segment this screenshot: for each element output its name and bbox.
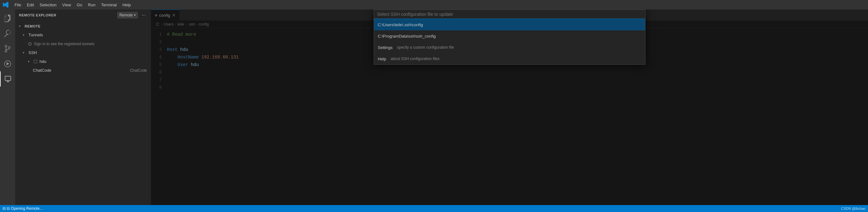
tree-chatcode-label: ChatCode (33, 67, 126, 74)
svg-rect-1 (5, 76, 11, 81)
monitor-icon: ☐ (33, 58, 38, 65)
sidebar-header: REMOTE EXPLORER Remote ▾ ··· (15, 9, 151, 21)
tree-hdu-label: hdu (39, 58, 147, 65)
more-options-icon[interactable]: ··· (141, 12, 147, 19)
quickpick-item-2[interactable]: Settings specify a custom configuration … (374, 42, 645, 53)
sidebar-tree: ▾ REMOTE ▾ Tunnels ⊙ Sign in to see the … (15, 21, 151, 205)
remote-dropdown[interactable]: Remote ▾ (117, 12, 138, 18)
sidebar: REMOTE EXPLORER Remote ▾ ··· ▾ REMOTE ▾ … (15, 9, 151, 205)
hdu-caret-icon: ▾ (28, 58, 32, 65)
activity-search[interactable] (0, 26, 15, 41)
quickpick-input[interactable] (377, 12, 642, 17)
quickpick-item-0[interactable]: C:\Users\leile\.ssh\config (374, 19, 645, 30)
quickpick-item-3[interactable]: Help about SSH configuration files (374, 53, 645, 64)
tree-remote-label: REMOTE (25, 23, 147, 30)
sidebar-title: REMOTE EXPLORER (19, 13, 56, 17)
status-remote-label: ⊟ Opening Remote... (7, 206, 43, 211)
tree-ssh[interactable]: ▾ SSH (15, 48, 151, 57)
menu-help[interactable]: Help (120, 2, 133, 8)
main-area: REMOTE EXPLORER Remote ▾ ··· ▾ REMOTE ▾ … (0, 9, 868, 205)
quickpick-item-label-3: Help (378, 57, 386, 61)
menu-go[interactable]: Go (74, 2, 85, 8)
tree-tunnels-signin[interactable]: ⊙ Sign in to see the registered tunnels (15, 39, 151, 48)
quickpick-list: C:\Users\leile\.ssh\config C:\ProgramDat… (374, 19, 645, 64)
status-bar-right: CSDN @lliuhao (841, 207, 865, 210)
activity-bar (0, 9, 15, 205)
svg-point-2 (8, 81, 8, 82)
menu-run[interactable]: Run (85, 2, 98, 8)
activity-run-debug[interactable] (0, 56, 15, 71)
tree-chatcode-host: ChatCode (130, 67, 147, 74)
github-icon: ⊙ (28, 40, 32, 48)
menu-terminal[interactable]: Terminal (99, 2, 119, 8)
quickpick-item-label-0: C:\Users\leile\.ssh\config (378, 23, 641, 27)
quickpick-item-desc-3: about SSH configuration files (391, 57, 440, 61)
tree-tunnels-signin-label: Sign in to see the registered tunnels (34, 40, 147, 48)
status-attribution: CSDN @lliuhao (841, 207, 865, 210)
vscode-logo-icon (3, 2, 9, 8)
status-remote[interactable]: ⊟ ⊟ Opening Remote... (3, 206, 43, 211)
menu-edit[interactable]: Edit (24, 2, 36, 8)
quickpick-input-wrapper[interactable] (374, 10, 645, 19)
status-bar-left: ⊟ ⊟ Opening Remote... (3, 206, 43, 211)
tree-ssh-label: SSH (28, 49, 147, 56)
dropdown-label: Remote (120, 13, 133, 18)
menubar: File Edit Selection View Go Run Terminal… (0, 0, 868, 9)
remote-icon-status: ⊟ (3, 206, 6, 211)
quickpick-item-desc-2: specify a custom configuration file (397, 45, 454, 50)
quickpick-item-label-1: C:\ProgramData\ssh\ssh_config (378, 34, 641, 38)
tree-remote-root[interactable]: ▾ REMOTE (15, 22, 151, 31)
caret-icon: ▾ (19, 23, 23, 30)
activity-remote[interactable] (0, 71, 15, 87)
menu-file[interactable]: File (12, 2, 24, 8)
tree-chatcode[interactable]: ChatCode ChatCode (15, 66, 151, 75)
ssh-caret-icon: ▾ (23, 49, 27, 56)
chevron-down-icon: ▾ (134, 13, 135, 17)
quickpick-item-1[interactable]: C:\ProgramData\ssh\ssh_config (374, 30, 645, 42)
quickpick-overlay: C:\Users\leile\.ssh\config C:\ProgramDat… (151, 9, 868, 205)
tree-tunnels-label: Tunnels (28, 32, 147, 38)
status-bar: ⊟ ⊟ Opening Remote... CSDN @lliuhao (0, 205, 868, 212)
tunnels-caret-icon: ▾ (23, 32, 27, 38)
activity-source-control[interactable] (0, 41, 15, 56)
activity-explorer[interactable] (0, 11, 15, 26)
tree-tunnels[interactable]: ▾ Tunnels (15, 31, 151, 39)
editor-area: ≡ config ✕ C: › Users › leile › .ssh › c… (151, 9, 868, 205)
menu-view[interactable]: View (60, 2, 74, 8)
quickpick-panel: C:\Users\leile\.ssh\config C:\ProgramDat… (374, 9, 646, 65)
quickpick-item-label-2: Settings (378, 45, 393, 50)
tree-hdu[interactable]: ▾ ☐ hdu (15, 57, 151, 66)
menu-selection[interactable]: Selection (37, 2, 59, 8)
